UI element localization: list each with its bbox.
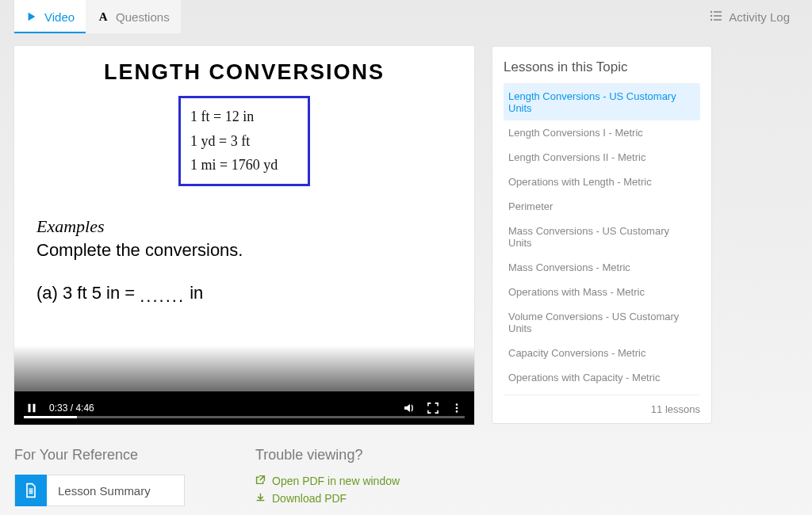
lessons-panel: Lessons in this Topic Length Conversions…	[492, 46, 712, 424]
lesson-item[interactable]: Mass Conversions - US Customary Units	[504, 219, 700, 255]
tab-video-label: Video	[44, 10, 75, 24]
example-a: (a) 3 ft 5 in = ....... in	[36, 283, 452, 303]
lesson-item[interactable]: Operations with Length - Metric	[504, 170, 700, 194]
open-pdf-link[interactable]: Open PDF in new window	[255, 475, 474, 487]
tab-video[interactable]: Video	[14, 0, 86, 33]
open-pdf-label: Open PDF in new window	[272, 475, 400, 487]
font-icon: A	[97, 10, 109, 23]
top-tabbar: Video A Questions Activity Log	[0, 0, 812, 33]
conversion-box: 1 ft = 12 in 1 yd = 3 ft 1 mi = 1760 yd	[178, 96, 310, 186]
lessons-heading: Lessons in this Topic	[504, 56, 700, 84]
tab-questions-label: Questions	[116, 10, 170, 24]
volume-icon[interactable]	[403, 402, 416, 414]
conversion-row: 1 yd = 3 ft	[190, 129, 300, 154]
lesson-item[interactable]: Perimeter	[504, 194, 700, 219]
svg-rect-3	[714, 15, 722, 17]
lesson-summary-label: Lesson Summary	[47, 484, 151, 498]
lesson-item[interactable]: Capacity Conversions - Metric	[504, 341, 700, 365]
play-icon	[25, 10, 38, 23]
lesson-item[interactable]: Length Conversions II - Metric	[504, 145, 700, 170]
svg-rect-7	[33, 404, 36, 413]
pause-icon[interactable]	[25, 402, 38, 414]
examples-subheading: Complete the conversions.	[36, 240, 452, 261]
more-icon[interactable]	[450, 402, 463, 414]
svg-rect-1	[714, 11, 722, 13]
svg-point-8	[456, 403, 458, 406]
download-pdf-label: Download PDF	[272, 492, 347, 505]
svg-rect-5	[714, 19, 722, 21]
lessons-count: 11 lessons	[504, 395, 700, 415]
trouble-heading: Trouble viewing?	[255, 447, 474, 464]
lessons-list: Length Conversions - US Customary UnitsL…	[504, 84, 700, 390]
video-progress-fill	[24, 416, 77, 418]
svg-rect-6	[29, 404, 31, 413]
svg-point-2	[710, 14, 712, 16]
download-icon	[255, 492, 266, 505]
fullscreen-icon[interactable]	[427, 402, 439, 414]
lesson-item[interactable]: Operations with Capacity - Metric	[504, 365, 700, 390]
document-icon	[15, 475, 47, 506]
examples-heading: Examples	[36, 216, 452, 237]
lesson-item[interactable]: Volume Conversions - US Customary Units	[504, 304, 700, 341]
activity-log-link[interactable]: Activity Log	[702, 0, 798, 33]
tab-questions[interactable]: A Questions	[86, 0, 181, 33]
video-content: LENGTH CONVERSIONS 1 ft = 12 in 1 yd = 3…	[14, 46, 474, 425]
conversion-row: 1 mi = 1760 yd	[190, 153, 300, 177]
list-icon	[710, 10, 722, 25]
activity-log-label: Activity Log	[729, 10, 790, 24]
download-pdf-link[interactable]: Download PDF	[255, 492, 474, 505]
svg-point-9	[456, 407, 458, 410]
lesson-item[interactable]: Mass Conversions - Metric	[504, 255, 700, 280]
lesson-item[interactable]: Length Conversions - US Customary Units	[504, 84, 700, 120]
reference-heading: For Your Reference	[14, 447, 233, 464]
lesson-summary-button[interactable]: Lesson Summary	[14, 475, 185, 506]
svg-point-4	[710, 18, 712, 20]
svg-point-0	[710, 10, 712, 12]
lesson-item[interactable]: Operations with Mass - Metric	[504, 280, 700, 304]
video-title: LENGTH CONVERSIONS	[36, 60, 452, 85]
external-link-icon	[255, 475, 266, 487]
video-time: 0:33 / 4:46	[49, 402, 94, 414]
lesson-item[interactable]: Length Conversions I - Metric	[504, 120, 700, 145]
svg-point-10	[456, 410, 458, 413]
video-progress-track[interactable]	[24, 416, 465, 418]
video-player[interactable]: LENGTH CONVERSIONS 1 ft = 12 in 1 yd = 3…	[14, 46, 474, 425]
conversion-row: 1 ft = 12 in	[190, 105, 300, 129]
video-controls: 0:33 / 4:46	[14, 391, 474, 425]
